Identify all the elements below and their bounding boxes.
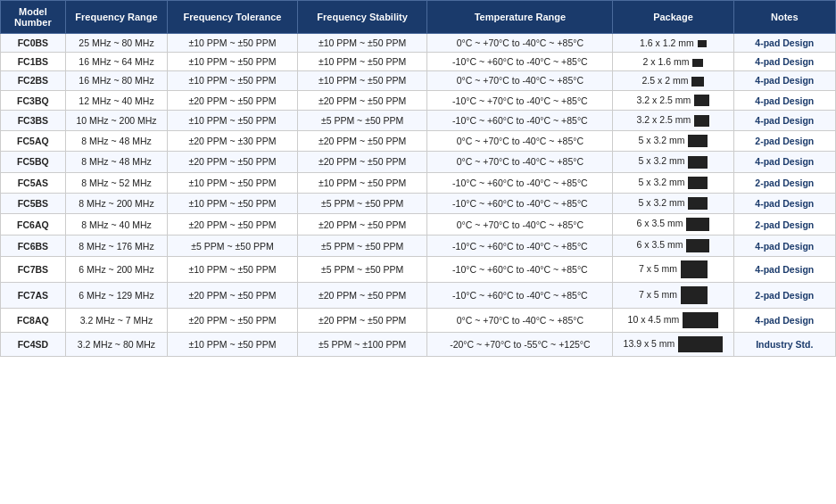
cell-package: 5 x 3.2 mm xyxy=(613,193,733,213)
cell-package: 6 x 3.5 mm xyxy=(613,235,733,257)
cell-package: 1.6 x 1.2 mm xyxy=(613,34,733,53)
package-icon xyxy=(698,40,707,47)
cell-notes: 4-pad Design xyxy=(733,71,835,91)
cell-freq-stab: ±10 PPM ~ ±50 PPM xyxy=(297,53,427,71)
cell-freq-stab: ±5 PPM ~ ±100 PPM xyxy=(297,333,427,357)
cell-freq-stab: ±5 PPM ~ ±50 PPM xyxy=(297,111,427,131)
cell-model: FC3BS xyxy=(1,111,66,131)
package-size-label: 3.2 x 2.5 mm xyxy=(637,114,691,125)
header-row: Model Number Frequency Range Frequency T… xyxy=(1,1,836,34)
cell-model: FC5BS xyxy=(1,193,66,213)
table-row: FC5AS8 MHz ~ 52 MHz±10 PPM ~ ±50 PPM±10 … xyxy=(1,172,836,193)
cell-freq-tol: ±10 PPM ~ ±50 PPM xyxy=(168,257,298,283)
cell-model: FC5AS xyxy=(1,172,66,193)
package-icon xyxy=(688,156,708,169)
cell-freq-tol: ±10 PPM ~ ±50 PPM xyxy=(168,172,298,193)
cell-freq-range: 6 MHz ~ 200 MHz xyxy=(65,257,167,283)
package-icon xyxy=(681,286,708,304)
cell-freq-tol: ±20 PPM ~ ±50 PPM xyxy=(168,90,298,111)
cell-notes: 4-pad Design xyxy=(733,193,835,213)
cell-notes: 4-pad Design xyxy=(733,309,835,333)
header-freq-stab: Frequency Stability xyxy=(297,1,427,34)
cell-freq-range: 10 MHz ~ 200 MHz xyxy=(65,111,167,131)
table-row: FC5BQ8 MHz ~ 48 MHz±20 PPM ~ ±50 PPM±20 … xyxy=(1,152,836,172)
cell-freq-stab: ±20 PPM ~ ±50 PPM xyxy=(297,309,427,333)
cell-model: FC6BS xyxy=(1,235,66,257)
cell-package: 7 x 5 mm xyxy=(613,257,733,283)
cell-model: FC3BQ xyxy=(1,90,66,111)
cell-freq-stab: ±20 PPM ~ ±50 PPM xyxy=(297,90,427,111)
table-row: FC5BS8 MHz ~ 200 MHz±10 PPM ~ ±50 PPM±5 … xyxy=(1,193,836,213)
package-icon xyxy=(686,239,709,252)
cell-freq-range: 25 MHz ~ 80 MHz xyxy=(65,34,167,53)
cell-freq-tol: ±20 PPM ~ ±50 PPM xyxy=(168,152,298,172)
cell-temp-range: -10°C ~ +60°C to -40°C ~ +85°C xyxy=(427,53,613,71)
cell-package: 3.2 x 2.5 mm xyxy=(613,90,733,111)
cell-freq-range: 12 MHz ~ 40 MHz xyxy=(65,90,167,111)
main-table: Model Number Frequency Range Frequency T… xyxy=(0,0,836,357)
cell-temp-range: 0°C ~ +70°C to -40°C ~ +85°C xyxy=(427,131,613,152)
cell-freq-tol: ±10 PPM ~ ±50 PPM xyxy=(168,193,298,213)
cell-temp-range: -10°C ~ +60°C to -40°C ~ +85°C xyxy=(427,235,613,257)
table-row: FC3BS10 MHz ~ 200 MHz±10 PPM ~ ±50 PPM±5… xyxy=(1,111,836,131)
package-icon xyxy=(686,218,709,231)
package-size-label: 5 x 3.2 mm xyxy=(639,155,685,166)
package-size-label: 7 x 5 mm xyxy=(639,263,677,274)
cell-model: FC5AQ xyxy=(1,131,66,152)
cell-temp-range: 0°C ~ +70°C to -40°C ~ +85°C xyxy=(427,309,613,333)
cell-freq-stab: ±10 PPM ~ ±50 PPM xyxy=(297,34,427,53)
cell-freq-tol: ±10 PPM ~ ±50 PPM xyxy=(168,53,298,71)
cell-freq-tol: ±10 PPM ~ ±50 PPM xyxy=(168,34,298,53)
header-freq-range: Frequency Range xyxy=(65,1,167,34)
cell-freq-range: 8 MHz ~ 200 MHz xyxy=(65,193,167,213)
package-size-label: 5 x 3.2 mm xyxy=(639,135,685,145)
package-icon xyxy=(694,115,709,127)
cell-temp-range: 0°C ~ +70°C to -40°C ~ +85°C xyxy=(427,34,613,53)
table-row: FC3BQ12 MHz ~ 40 MHz±20 PPM ~ ±50 PPM±20… xyxy=(1,90,836,111)
cell-freq-tol: ±5 PPM ~ ±50 PPM xyxy=(168,235,298,257)
package-size-label: 13.9 x 5 mm xyxy=(624,338,675,349)
table-row: FC4SD3.2 MHz ~ 80 MHz±10 PPM ~ ±50 PPM±5… xyxy=(1,333,836,357)
cell-notes: 4-pad Design xyxy=(733,257,835,283)
table-row: FC6BS8 MHz ~ 176 MHz±5 PPM ~ ±50 PPM±5 P… xyxy=(1,235,836,257)
header-model: Model Number xyxy=(1,1,66,34)
cell-package: 7 x 5 mm xyxy=(613,283,733,309)
cell-notes: 4-pad Design xyxy=(733,152,835,172)
cell-package: 3.2 x 2.5 mm xyxy=(613,111,733,131)
cell-temp-range: 0°C ~ +70°C to -40°C ~ +85°C xyxy=(427,152,613,172)
table-row: FC7AS6 MHz ~ 129 MHz±20 PPM ~ ±50 PPM±20… xyxy=(1,283,836,309)
package-size-label: 6 x 3.5 mm xyxy=(637,239,683,250)
cell-notes: 4-pad Design xyxy=(733,53,835,71)
cell-temp-range: -10°C ~ +60°C to -40°C ~ +85°C xyxy=(427,193,613,213)
cell-package: 13.9 x 5 mm xyxy=(613,333,733,357)
cell-freq-stab: ±5 PPM ~ ±50 PPM xyxy=(297,257,427,283)
cell-model: FC4SD xyxy=(1,333,66,357)
cell-temp-range: -10°C ~ +70°C to -40°C ~ +85°C xyxy=(427,90,613,111)
cell-freq-stab: ±20 PPM ~ ±50 PPM xyxy=(297,214,427,235)
cell-model: FC1BS xyxy=(1,53,66,71)
cell-freq-range: 8 MHz ~ 176 MHz xyxy=(65,235,167,257)
cell-notes: 2-pad Design xyxy=(733,214,835,235)
cell-temp-range: -10°C ~ +60°C to -40°C ~ +85°C xyxy=(427,283,613,309)
cell-notes: Industry Std. xyxy=(733,333,835,357)
cell-model: FC5BQ xyxy=(1,152,66,172)
cell-model: FC7BS xyxy=(1,257,66,283)
cell-freq-tol: ±20 PPM ~ ±30 PPM xyxy=(168,131,298,152)
cell-freq-tol: ±20 PPM ~ ±50 PPM xyxy=(168,283,298,309)
cell-package: 2.5 x 2 mm xyxy=(613,71,733,91)
cell-freq-stab: ±10 PPM ~ ±50 PPM xyxy=(297,172,427,193)
cell-notes: 4-pad Design xyxy=(733,90,835,111)
cell-freq-range: 16 MHz ~ 80 MHz xyxy=(65,71,167,91)
cell-freq-range: 16 MHz ~ 64 MHz xyxy=(65,53,167,71)
cell-package: 5 x 3.2 mm xyxy=(613,131,733,152)
cell-freq-range: 8 MHz ~ 48 MHz xyxy=(65,131,167,152)
cell-package: 5 x 3.2 mm xyxy=(613,152,733,172)
cell-freq-range: 8 MHz ~ 40 MHz xyxy=(65,214,167,235)
cell-freq-tol: ±10 PPM ~ ±50 PPM xyxy=(168,333,298,357)
header-package: Package xyxy=(613,1,733,34)
package-icon xyxy=(692,59,703,67)
cell-freq-stab: ±5 PPM ~ ±50 PPM xyxy=(297,235,427,257)
cell-freq-range: 6 MHz ~ 129 MHz xyxy=(65,283,167,309)
cell-temp-range: -20°C ~ +70°C to -55°C ~ +125°C xyxy=(427,333,613,357)
cell-freq-tol: ±10 PPM ~ ±50 PPM xyxy=(168,111,298,131)
